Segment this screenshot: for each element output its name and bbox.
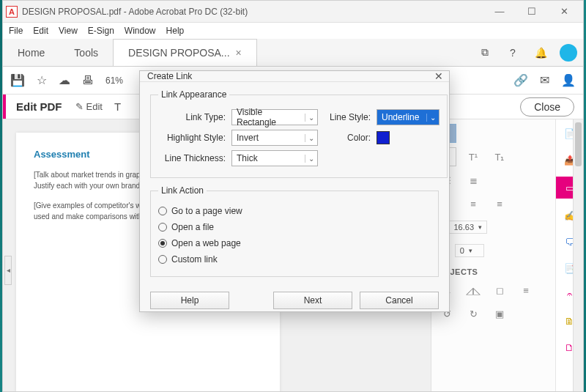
object-mirror-icon[interactable]: ◿◺: [464, 281, 483, 300]
help-button[interactable]: Help: [150, 292, 229, 309]
align-center-icon[interactable]: ≡: [464, 194, 483, 213]
menubar: File Edit View E-Sign Window Help: [3, 23, 583, 39]
star-icon[interactable]: ☆: [37, 73, 47, 87]
dialog-close-button[interactable]: ✕: [434, 70, 443, 82]
cloud-upload-icon[interactable]: ☁: [59, 73, 70, 87]
left-panel-handle[interactable]: ◂: [4, 256, 12, 285]
scrollbar-thumb[interactable]: [575, 122, 582, 166]
create-link-dialog: Create Link ✕ Link Appearance Link Type:…: [139, 70, 450, 312]
cancel-button[interactable]: Cancel: [360, 292, 439, 309]
radio-icon: [158, 255, 167, 264]
menu-view[interactable]: View: [59, 26, 78, 36]
help-icon[interactable]: ?: [504, 44, 522, 62]
link-type-select[interactable]: Visible Rectangle⌄: [231, 109, 318, 125]
chevron-down-icon: ▾: [478, 223, 482, 231]
link-icon[interactable]: 🔗: [513, 73, 528, 87]
radio-open-file[interactable]: Open a file: [158, 219, 431, 235]
line-thickness-label: Line Thickness:: [158, 153, 226, 163]
chevron-down-icon: ▾: [469, 247, 472, 254]
line-spacing-field[interactable]: 16.63▾: [449, 221, 488, 234]
highlight-style-label: Highlight Style:: [158, 133, 226, 143]
mail-icon[interactable]: ✉: [540, 73, 549, 87]
object-align-icon[interactable]: ≡: [516, 281, 535, 300]
menu-edit[interactable]: Edit: [33, 26, 48, 36]
object-arrange-icon[interactable]: ▣: [490, 304, 509, 323]
app-name: Adobe Acrobat Pro DC (32-bit): [128, 7, 248, 17]
object-crop-icon[interactable]: ◻: [490, 281, 509, 300]
menu-window[interactable]: Window: [125, 26, 156, 36]
menu-help[interactable]: Help: [166, 26, 185, 36]
tab-home[interactable]: Home: [3, 39, 59, 66]
color-swatch[interactable]: [377, 131, 390, 144]
acrobat-icon: A: [6, 6, 18, 18]
char-spacing-field[interactable]: 0▾: [455, 244, 484, 257]
window-title: DESIGN PROPOSAL.pdf - Adobe Acrobat Pro …: [22, 7, 483, 17]
link-appearance-legend: Link Appearance: [158, 89, 229, 100]
bell-icon[interactable]: 🔔: [532, 44, 549, 62]
panel-scrollbar[interactable]: [573, 119, 583, 391]
editbar-title: Edit PDF: [16, 100, 62, 113]
align-right-icon[interactable]: ≡: [490, 194, 509, 213]
radio-page-view[interactable]: Go to a page view: [158, 203, 431, 219]
app-window: A DESIGN PROPOSAL.pdf - Adobe Acrobat Pr…: [2, 0, 584, 392]
dialog-title: Create Link: [147, 71, 192, 81]
highlight-style-select[interactable]: Invert⌄: [231, 130, 318, 146]
pink-accent: [3, 95, 6, 119]
dialog-titlebar: Create Link ✕: [140, 71, 449, 82]
chevron-down-icon: ⌄: [305, 155, 314, 163]
tab-document[interactable]: DESIGN PROPOSA... ×: [113, 39, 257, 66]
radio-web-page[interactable]: Open a web page: [158, 235, 431, 251]
titlebar: A DESIGN PROPOSAL.pdf - Adobe Acrobat Pr…: [3, 1, 583, 23]
link-appearance-group: Link Appearance Link Type: Visible Recta…: [150, 89, 448, 178]
radio-icon: [158, 223, 167, 232]
print-icon[interactable]: 🖶: [82, 74, 94, 87]
next-button[interactable]: Next: [273, 292, 352, 309]
minimize-button[interactable]: —: [483, 1, 516, 22]
profile-icon[interactable]: 👤: [561, 73, 576, 87]
dialog-buttons: Help Next Cancel: [140, 292, 449, 318]
tab-tools[interactable]: Tools: [59, 39, 113, 66]
menu-esign[interactable]: E-Sign: [88, 26, 114, 36]
menu-file[interactable]: File: [9, 26, 23, 36]
dialog-body: Link Appearance Link Type: Visible Recta…: [140, 82, 449, 292]
radio-custom-link[interactable]: Custom link: [158, 251, 431, 267]
zoom-value[interactable]: 61%: [105, 75, 123, 86]
rotate-right-icon[interactable]: ↻: [464, 304, 483, 323]
link-action-group: Link Action Go to a page view Open a fil…: [150, 185, 439, 277]
chevron-down-icon: ⌄: [305, 134, 314, 142]
radio-icon: [158, 207, 167, 215]
link-type-label: Link Type:: [158, 112, 226, 122]
number-list-icon[interactable]: ≣: [464, 171, 483, 190]
edit-tool[interactable]: ✎Edit: [75, 101, 103, 112]
doc-name: DESIGN PROPOSAL.pdf: [22, 7, 121, 17]
line-style-select[interactable]: Underline⌄: [377, 109, 440, 125]
maximize-button[interactable]: ☐: [516, 1, 548, 22]
chevron-down-icon: ⌄: [305, 114, 314, 122]
close-editbar-button[interactable]: Close: [520, 97, 574, 117]
close-window-button[interactable]: ✕: [548, 1, 580, 22]
account-avatar[interactable]: [560, 44, 577, 62]
text-tool[interactable]: T: [114, 100, 121, 113]
close-tab-icon[interactable]: ×: [236, 47, 242, 59]
window-controls: — ☐ ✕: [483, 1, 580, 22]
pencil-icon: ✎: [75, 101, 84, 112]
chevron-down-icon: ⌄: [426, 114, 436, 122]
line-style-label: Line Style:: [324, 112, 371, 122]
objects-section-label: OBJECTS: [437, 267, 549, 276]
color-label: Color:: [324, 133, 371, 143]
line-thickness-select[interactable]: Thick⌄: [231, 150, 318, 166]
link-action-legend: Link Action: [158, 185, 207, 196]
tabbar: Home Tools DESIGN PROPOSA... × ⧉ ? 🔔: [3, 39, 583, 67]
text-subscript-icon[interactable]: T₁: [490, 147, 509, 166]
text-superscript-icon[interactable]: T¹: [464, 147, 483, 166]
radio-icon: [158, 239, 167, 248]
save-icon[interactable]: 💾: [10, 73, 25, 87]
screen-share-icon[interactable]: ⧉: [476, 44, 494, 62]
